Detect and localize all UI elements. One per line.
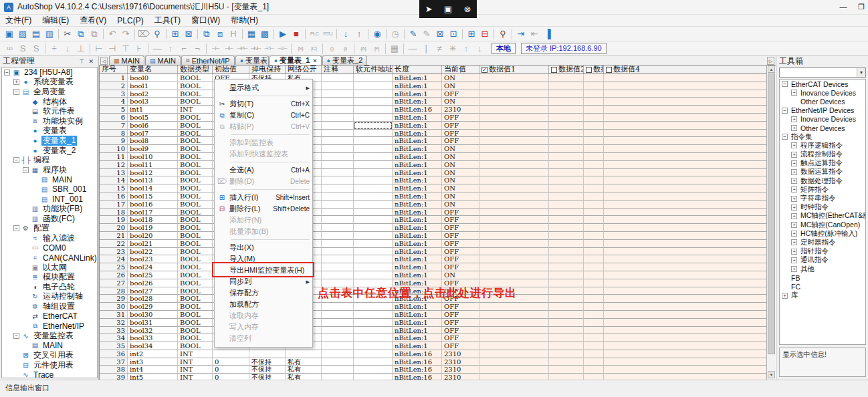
table-cell[interactable]: 5 bbox=[100, 106, 128, 114]
table-cell[interactable] bbox=[549, 263, 584, 271]
print-icon[interactable]: ⊞ bbox=[169, 28, 182, 40]
context-menu-item-添加行(N)[interactable]: 添加行(N) bbox=[215, 215, 312, 226]
table-row[interactable]: 38int4INT0不保持私有nBitLen:162310 bbox=[100, 366, 766, 374]
table-cell[interactable]: 私有 bbox=[286, 358, 322, 366]
tree-item[interactable]: ●变量表_2 bbox=[2, 146, 97, 156]
table-cell[interactable] bbox=[479, 271, 549, 279]
table-cell[interactable] bbox=[604, 358, 766, 366]
tree-item[interactable]: ▤MAIN bbox=[2, 341, 97, 351]
table-cell[interactable] bbox=[584, 216, 604, 224]
table-cell[interactable] bbox=[479, 122, 549, 130]
table-cell[interactable] bbox=[322, 161, 354, 169]
table-cell[interactable]: BOOL bbox=[178, 224, 213, 232]
table-cell[interactable] bbox=[604, 327, 766, 335]
table-cell[interactable]: OFF bbox=[442, 263, 479, 271]
tree-item[interactable]: −▤全局变量 bbox=[2, 87, 97, 97]
ladder-icon-19[interactable]: ⊣/⊢ bbox=[222, 43, 235, 55]
table-cell[interactable] bbox=[354, 271, 393, 279]
table-cell[interactable]: INT bbox=[178, 350, 213, 358]
table-cell[interactable]: BOOL bbox=[178, 153, 213, 161]
table-cell[interactable]: bool8 bbox=[128, 137, 178, 145]
table-cell[interactable] bbox=[549, 366, 584, 374]
ladder-icon-20[interactable]: ⊣P⊢ bbox=[235, 43, 249, 55]
save-all-icon[interactable]: ▥ bbox=[43, 28, 56, 40]
clock-icon[interactable]: ◷ bbox=[389, 28, 402, 40]
table-cell[interactable]: BOOL bbox=[178, 279, 213, 287]
table-cell[interactable]: BOOL bbox=[178, 74, 213, 82]
table-row[interactable]: 9bool8BOOLnBitLen:1OFF bbox=[100, 137, 766, 145]
expand-icon[interactable]: + bbox=[791, 116, 797, 122]
table-cell[interactable] bbox=[584, 106, 604, 114]
table-cell[interactable] bbox=[604, 263, 766, 271]
scroll-up-icon[interactable]: ▲ bbox=[768, 65, 775, 73]
ladder-icon-18[interactable]: ⊣⊢ bbox=[209, 43, 222, 55]
table-cell[interactable]: nBitLen:1 bbox=[393, 255, 442, 263]
table-cell[interactable]: 不保持 bbox=[249, 366, 286, 374]
table-cell[interactable]: bool12 bbox=[128, 169, 178, 177]
table-cell[interactable]: BOOL bbox=[178, 255, 213, 263]
tree-item[interactable]: +Other Devices bbox=[780, 124, 865, 132]
table-cell[interactable]: 23 bbox=[100, 248, 128, 256]
table-cell[interactable]: ON bbox=[442, 169, 479, 177]
table-cell[interactable] bbox=[479, 209, 549, 217]
tree-item[interactable]: +数据处理指令 bbox=[780, 176, 865, 185]
save-icon[interactable]: ▤ bbox=[29, 28, 43, 40]
table-cell[interactable]: 30 bbox=[100, 303, 128, 311]
table-cell[interactable] bbox=[286, 350, 322, 358]
table-cell[interactable]: 2310 bbox=[442, 366, 479, 374]
tree-item[interactable]: Other Devices bbox=[780, 97, 865, 106]
table-cell[interactable]: INT bbox=[178, 374, 213, 380]
ladder-icon-31[interactable]: {A} bbox=[356, 43, 370, 55]
table-cell[interactable] bbox=[604, 145, 766, 153]
table-cell[interactable]: 33 bbox=[100, 327, 128, 335]
table-cell[interactable] bbox=[479, 90, 549, 98]
tree-item[interactable]: ●变量表 bbox=[2, 126, 97, 136]
table-cell[interactable]: bool26 bbox=[128, 279, 178, 287]
table-cell[interactable] bbox=[584, 240, 604, 248]
table-cell[interactable] bbox=[584, 366, 604, 374]
maximize-button[interactable]: ❐ bbox=[855, 0, 868, 15]
table-row[interactable]: 8bool7BOOLnBitLen:1OFF bbox=[100, 130, 766, 138]
table-cell[interactable] bbox=[584, 130, 604, 138]
table-cell[interactable]: ON bbox=[442, 184, 479, 192]
table-cell[interactable] bbox=[584, 350, 604, 358]
ladder-icon-21[interactable]: ⊣N⊢ bbox=[249, 43, 262, 55]
table-cell[interactable]: 2310 bbox=[442, 350, 479, 358]
table-cell[interactable] bbox=[354, 232, 393, 240]
table-cell[interactable] bbox=[322, 216, 354, 224]
collapse-icon[interactable]: − bbox=[13, 333, 19, 339]
table-cell[interactable]: BOOL bbox=[178, 295, 213, 303]
table-cell[interactable]: OFF bbox=[442, 130, 479, 138]
table-cell[interactable] bbox=[322, 106, 354, 114]
table-cell[interactable]: BOOL bbox=[178, 248, 213, 256]
context-menu-item-写入内存[interactable]: 写入内存 bbox=[215, 321, 312, 333]
table-cell[interactable] bbox=[479, 350, 549, 358]
table-cell[interactable] bbox=[322, 358, 354, 366]
table-cell[interactable] bbox=[584, 169, 604, 177]
table-cell[interactable] bbox=[604, 319, 766, 327]
tree-item[interactable]: ▤INT_001 bbox=[2, 194, 97, 205]
table-cell[interactable] bbox=[354, 82, 393, 90]
table-cell[interactable]: nBitLen:1 bbox=[393, 240, 442, 248]
ladder-icon-11[interactable]: ⊦ bbox=[132, 43, 146, 55]
tree-item[interactable]: ∿Trace bbox=[2, 370, 97, 378]
table-cell[interactable] bbox=[322, 224, 354, 232]
table-row[interactable]: 31bool30BOOLnBitLen:1OFF bbox=[100, 311, 766, 319]
table-cell[interactable] bbox=[479, 153, 549, 161]
hide-icon[interactable]: H bbox=[227, 28, 240, 40]
column-header-13[interactable]: 数据值4 bbox=[604, 65, 766, 74]
tree-item[interactable]: ↻运动控制轴 bbox=[2, 292, 97, 302]
table-cell[interactable] bbox=[549, 279, 584, 287]
table-cell[interactable] bbox=[584, 192, 604, 201]
table-cell[interactable] bbox=[604, 90, 766, 98]
table-row[interactable]: 36int2INTnBitLen:162310 bbox=[100, 350, 766, 358]
table-cell[interactable] bbox=[584, 248, 604, 256]
column-header-1[interactable]: 变量名 bbox=[128, 65, 178, 74]
table-cell[interactable]: bool16 bbox=[128, 201, 178, 209]
table-cell[interactable] bbox=[549, 216, 584, 224]
table-cell[interactable]: int4 bbox=[128, 366, 178, 374]
table-cell[interactable] bbox=[479, 319, 549, 327]
table-cell[interactable] bbox=[604, 342, 766, 350]
table-cell[interactable] bbox=[584, 74, 604, 82]
table-cell[interactable] bbox=[479, 224, 549, 232]
